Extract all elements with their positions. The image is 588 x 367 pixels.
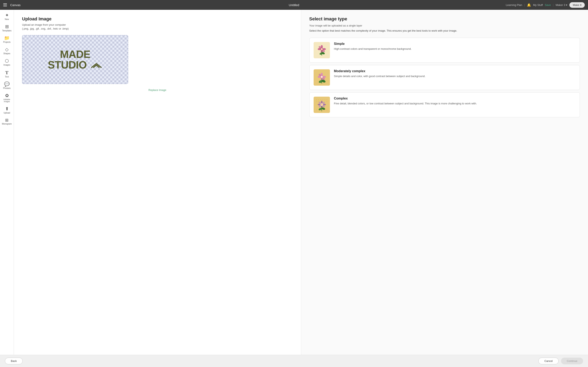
cancel-button[interactable]: Cancel [538, 358, 558, 364]
make-it-button[interactable]: Make It [570, 2, 585, 8]
images-icon: ⬡ [5, 59, 9, 63]
svg-point-31 [316, 101, 317, 102]
machine-selector[interactable]: Maker 3 ▾ [555, 3, 567, 7]
sidebar-item-images[interactable]: ⬡ Images [1, 57, 13, 68]
sidebar: ✦ New ⊞ Templates 📁 Projects ◇ Shapes ⬡ … [0, 10, 14, 355]
svg-point-32 [318, 101, 319, 102]
sidebar-item-label-monogram: Monogram [2, 123, 12, 125]
logo-arrow-icon [90, 63, 103, 69]
type-thumb-moderate [314, 69, 330, 86]
sidebar-item-label-editable: Editable Images [2, 99, 12, 103]
sidebar-item-label-templates: Templates [2, 30, 12, 32]
svg-point-27 [320, 99, 321, 100]
continue-button[interactable]: Continue [561, 358, 583, 364]
brand-label: Canvas [10, 3, 21, 7]
new-icon: ✦ [5, 13, 9, 17]
upload-icon: ⬆ [5, 107, 9, 111]
type-option-complex[interactable]: Complex Fine detail, blended colors, or … [309, 92, 580, 117]
svg-point-34 [316, 109, 317, 110]
templates-icon: ⊞ [5, 25, 9, 29]
select-type-desc1: Your image will be uploaded as a single … [309, 24, 580, 27]
replace-image-link[interactable]: Replace Image [148, 89, 166, 92]
text-icon: T [5, 70, 8, 75]
type-info-complex: Complex Fine detail, blended colors, or … [334, 97, 576, 106]
complex-flower-svg [315, 98, 329, 112]
simple-flower-svg [315, 43, 329, 57]
chevron-down-icon: ▾ [566, 3, 567, 7]
machine-name: Maker 3 [555, 3, 565, 7]
select-type-panel: Select image type Your image will be upl… [301, 10, 588, 355]
image-preview-container: MADE STUDIO [22, 35, 128, 84]
sidebar-item-shapes[interactable]: ◇ Shapes [1, 46, 13, 56]
svg-point-33 [327, 101, 327, 102]
sidebar-item-projects[interactable]: 📁 Projects [1, 34, 13, 45]
shapes-icon: ◇ [5, 47, 9, 52]
projects-icon: 📁 [4, 36, 9, 40]
upload-panel: Upload Image Upload an image from your c… [14, 10, 301, 355]
menu-button[interactable] [3, 3, 7, 6]
upload-title: Upload Image [22, 16, 293, 22]
sidebar-item-new[interactable]: ✦ New [1, 11, 13, 22]
topnav-right: Learning Plan | 🔔 My Stuff Save | Maker … [506, 2, 585, 8]
topnav: Canvas Untitled Learning Plan | 🔔 My Stu… [0, 0, 588, 10]
editable-images-icon: ✿ [5, 93, 9, 98]
sidebar-item-label-phrases: Phrases [3, 87, 11, 89]
svg-point-28 [322, 99, 323, 100]
save-button[interactable]: Save [545, 3, 551, 7]
logo-line2: STUDIO [26, 59, 124, 70]
type-desc-moderate: Simple details and color, with good cont… [334, 74, 576, 78]
upload-formats: (.png, .jpg, .gif, .svg, .dxf, .heic or … [22, 27, 293, 30]
svg-point-20 [321, 76, 323, 78]
type-desc-simple: High-contrast colors and transparent or … [334, 47, 576, 51]
svg-point-35 [327, 109, 327, 110]
main-layout: ✦ New ⊞ Templates 📁 Projects ◇ Shapes ⬡ … [0, 10, 588, 355]
type-info-simple: Simple High-contrast colors and transpar… [334, 42, 576, 51]
sidebar-item-monogram[interactable]: ⊞ Monogram [1, 117, 13, 127]
svg-point-8 [321, 48, 323, 50]
learning-plan-link[interactable]: Learning Plan [506, 3, 522, 7]
select-type-desc2: Select the option that best matches the … [309, 29, 580, 33]
svg-point-29 [324, 99, 325, 100]
type-thumb-simple [314, 42, 330, 58]
my-stuff-link[interactable]: My Stuff [533, 3, 543, 7]
divider-1: | [524, 3, 525, 7]
type-thumb-complex [314, 97, 330, 113]
logo-display: MADE STUDIO [22, 43, 128, 76]
sidebar-item-label-new: New [5, 18, 9, 20]
sidebar-item-label-projects: Projects [3, 41, 10, 43]
type-info-moderate: Moderately complex Simple details and co… [334, 69, 576, 78]
sidebar-item-label-shapes: Shapes [3, 52, 10, 55]
sidebar-item-upload[interactable]: ⬆ Upload [1, 105, 13, 116]
back-button[interactable]: Back [5, 358, 23, 364]
notifications-icon[interactable]: 🔔 [527, 3, 531, 7]
sidebar-item-label-upload: Upload [4, 112, 10, 114]
sidebar-item-label-text: Text [5, 76, 9, 78]
divider-2: | [553, 3, 553, 7]
sidebar-item-phrases[interactable]: 💬 Phrases [1, 80, 13, 91]
replace-image-container: Replace Image [22, 88, 293, 92]
svg-point-30 [327, 99, 327, 100]
topnav-center: Untitled [289, 3, 299, 7]
svg-point-25 [316, 99, 317, 100]
svg-point-45 [321, 104, 323, 105]
bottom-right-buttons: Cancel Continue [538, 358, 583, 364]
svg-point-36 [321, 101, 323, 104]
phrases-icon: 💬 [4, 82, 9, 86]
type-desc-complex: Fine detail, blended colors, or low cont… [334, 101, 576, 106]
sidebar-item-editable-images[interactable]: ✿ Editable Images [1, 92, 13, 104]
type-name-complex: Complex [334, 97, 576, 100]
type-option-moderate[interactable]: Moderately complex Simple details and co… [309, 65, 580, 90]
content-area: Upload Image Upload an image from your c… [14, 10, 588, 355]
select-type-title: Select image type [309, 16, 580, 22]
svg-point-26 [318, 99, 319, 100]
type-option-simple[interactable]: Simple High-contrast colors and transpar… [309, 38, 580, 63]
sidebar-item-label-images: Images [3, 64, 10, 66]
bottom-bar: Back Cancel Continue [0, 355, 588, 367]
document-title: Untitled [289, 3, 299, 7]
type-name-simple: Simple [334, 42, 576, 46]
sidebar-item-templates[interactable]: ⊞ Templates [1, 23, 13, 33]
moderate-flower-svg [315, 70, 329, 85]
upload-subtitle: Upload an image from your computer [22, 23, 293, 26]
sidebar-item-text[interactable]: T Text [1, 68, 13, 80]
monogram-icon: ⊞ [5, 118, 9, 122]
